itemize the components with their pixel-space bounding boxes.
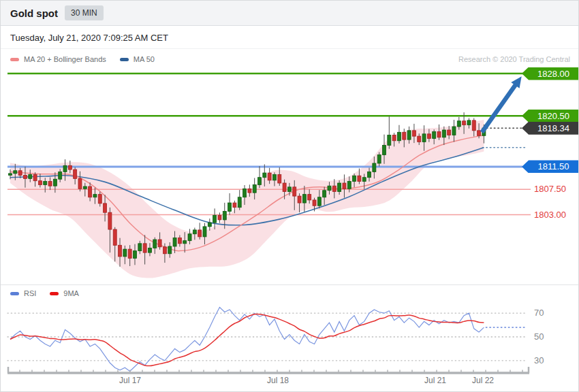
price-level-label: 1803.00 <box>534 210 566 220</box>
rsi-legend: RSI 9MA <box>10 289 79 297</box>
panel-divider <box>1 284 578 285</box>
time-axis-label: Jul 22 <box>463 376 503 385</box>
legend-9ma: 9MA <box>50 289 79 297</box>
price-tag-last-price: 1818.34 <box>522 122 579 135</box>
timeframe-badge: 30 MIN <box>65 5 104 20</box>
rsi-axis-label: 50 <box>534 331 544 342</box>
nine-ma-swatch-icon <box>50 292 59 295</box>
time-axis-label: Jul 18 <box>257 376 298 385</box>
rsi-axis-label: 70 <box>534 308 544 318</box>
time-axis-label: Jul 21 <box>415 376 456 385</box>
time-axis-label: Jul 17 <box>110 376 151 385</box>
rsi-swatch-icon <box>10 292 19 295</box>
research-watermark: Research © 2020 Trading Central <box>458 55 570 63</box>
app-header: Gold spot 30 MIN <box>1 1 578 26</box>
chart-widget: Gold spot 30 MIN Tuesday, July 21, 2020 … <box>0 0 579 392</box>
ma20-swatch-icon <box>10 58 19 61</box>
legend-rsi: RSI <box>10 289 36 297</box>
legend-ma50: MA 50 <box>120 55 155 63</box>
instrument-title: Gold spot <box>10 7 58 19</box>
rsi-axis-label: 30 <box>534 355 544 365</box>
price-tag-resistance: 1828.00 <box>522 67 579 80</box>
price-chart-legend: MA 20 + Bollinger Bands MA 50 <box>10 55 155 63</box>
ma50-swatch-icon <box>120 58 129 61</box>
legend-ma20-bollinger: MA 20 + Bollinger Bands <box>10 55 106 63</box>
date-row: Tuesday, July 21, 2020 7:09:25 AM CET <box>1 26 578 49</box>
price-tag-resistance: 1820.50 <box>522 110 579 122</box>
report-datetime: Tuesday, July 21, 2020 7:09:25 AM CET <box>10 33 168 43</box>
price-tag-support: 1811.50 <box>522 160 579 173</box>
price-level-label: 1807.50 <box>534 184 566 194</box>
